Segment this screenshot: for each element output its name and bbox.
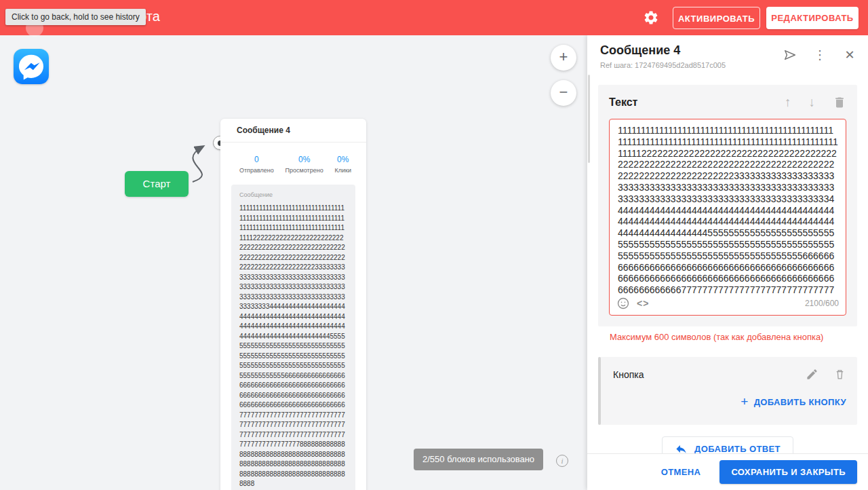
- message-text-input[interactable]: 1111111111111111111111111111111111111111…: [610, 119, 846, 295]
- info-icon[interactable]: i: [556, 455, 568, 467]
- code-icon[interactable]: <>: [637, 298, 649, 309]
- message-text-field: 1111111111111111111111111111111111111111…: [609, 119, 846, 316]
- send-test-icon[interactable]: [783, 48, 797, 62]
- message-preview-text: 1111111111111111111111111111111111111111…: [239, 204, 347, 489]
- save-and-close-button[interactable]: СОХРАНИТЬ И ЗАКРЫТЬ: [719, 460, 857, 484]
- message-preview-label: Сообщение: [239, 191, 347, 198]
- max-length-error: Максимум 600 символов (так как добавлена…: [610, 332, 857, 342]
- panel-header: Сообщение 4 Ref шага: 1724769495d2ad8517…: [587, 35, 868, 76]
- move-up-icon[interactable]: ↑: [785, 95, 791, 110]
- button-block-card: Кнопка + ДОБАВИТЬ КНОПКУ: [598, 357, 857, 425]
- emoji-icon[interactable]: [616, 297, 630, 310]
- activate-button[interactable]: АКТИВИРОВАТЬ: [673, 7, 760, 29]
- message-node-title: Сообщение 4: [220, 119, 366, 143]
- cancel-button[interactable]: ОТМЕНА: [661, 467, 701, 477]
- delete-button-icon[interactable]: [833, 368, 846, 381]
- app-header: Click to go back, hold to see history е …: [0, 0, 868, 35]
- back-tooltip: Click to go back, hold to see history: [5, 9, 146, 25]
- close-icon[interactable]: ✕: [842, 48, 857, 62]
- blocks-used-badge: 2/550 блоков использовано: [414, 449, 543, 470]
- message-preview: Сообщение 111111111111111111111111111111…: [231, 185, 355, 490]
- stat-clicks: 0% Клики: [334, 155, 351, 174]
- text-block-title: Текст: [609, 96, 785, 109]
- gear-icon[interactable]: [643, 10, 659, 26]
- panel-footer: ОТМЕНА СОХРАНИТЬ И ЗАКРЫТЬ: [587, 453, 868, 490]
- kebab-menu-icon[interactable]: ⋮: [812, 48, 827, 62]
- zoom-in-button[interactable]: +: [551, 45, 576, 71]
- text-block-card: Текст ↑ ↓ 111111111111111111111111111111…: [598, 85, 857, 326]
- pencil-icon[interactable]: [806, 368, 818, 381]
- message-node-stats: 0 Отправлено 0% Просмотрено 0% Клики: [220, 143, 366, 182]
- flow-canvas[interactable]: + − Старт Сообщение 4 0 Отправлено 0% Пр…: [0, 35, 587, 490]
- stat-viewed: 0% Просмотрено: [285, 155, 323, 174]
- message-node[interactable]: Сообщение 4 0 Отправлено 0% Просмотрено …: [220, 119, 366, 490]
- button-block-title: Кнопка: [613, 369, 806, 380]
- char-counter: 2100/600: [805, 299, 839, 308]
- plus-icon: +: [741, 394, 749, 409]
- panel-scrollbar[interactable]: [588, 75, 590, 163]
- delete-text-block-icon[interactable]: [833, 96, 846, 109]
- move-down-icon[interactable]: ↓: [809, 95, 816, 110]
- add-button-link[interactable]: + ДОБАВИТЬ КНОПКУ: [741, 394, 846, 409]
- step-editor-panel: Сообщение 4 Ref шага: 1724769495d2ad8517…: [587, 35, 868, 490]
- messenger-icon: [14, 49, 49, 84]
- stat-sent: 0 Отправлено: [239, 155, 274, 174]
- zoom-out-button[interactable]: −: [551, 80, 576, 106]
- start-node[interactable]: Старт: [125, 171, 189, 197]
- edit-button[interactable]: РЕДАКТИРОВАТЬ: [766, 7, 859, 29]
